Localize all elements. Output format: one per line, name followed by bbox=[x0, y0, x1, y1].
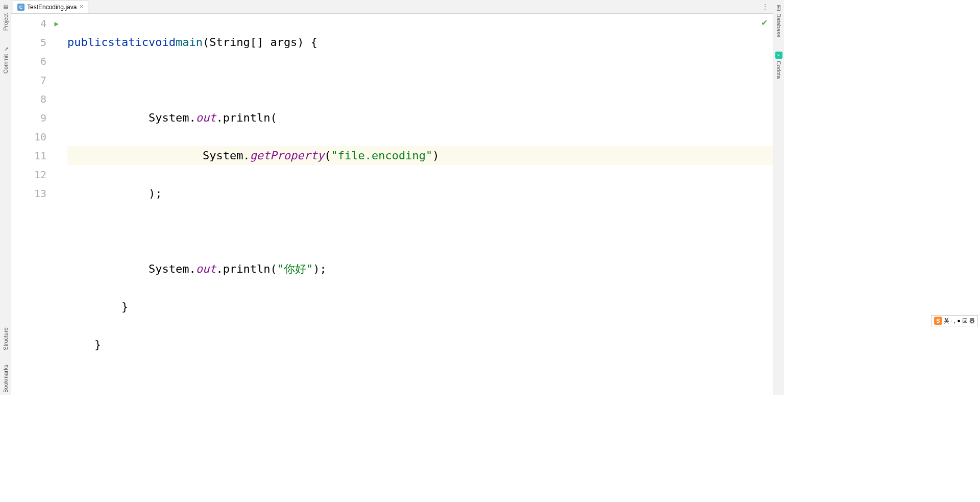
line-number: 13 bbox=[11, 184, 62, 203]
code-editor[interactable]: ✔ 4▶ 5 6 7 8 9 10 11 12 13 public static… bbox=[11, 14, 773, 409]
close-tab-icon[interactable]: ✕ bbox=[79, 4, 84, 10]
editor-tab-bar: C TestEncoding.java ✕ ⋮ bbox=[11, 0, 773, 14]
line-number: 11 bbox=[11, 146, 62, 165]
run-line-icon[interactable]: ▶ bbox=[55, 19, 59, 28]
line-number: 9 bbox=[11, 108, 62, 127]
commit-icon: ✓ bbox=[2, 45, 9, 52]
code-content[interactable]: public static void main(String[] args) {… bbox=[62, 14, 773, 409]
right-tool-sidebar: 🗄Database ›Codota bbox=[773, 0, 784, 395]
database-tool[interactable]: 🗄Database bbox=[774, 2, 783, 39]
line-number: 10 bbox=[11, 127, 62, 146]
inspection-ok-icon[interactable]: ✔ bbox=[761, 18, 768, 28]
project-tool[interactable]: Project▤ bbox=[1, 2, 10, 33]
commit-tool[interactable]: Commit✓ bbox=[1, 43, 10, 76]
left-tool-sidebar: Project▤ Commit✓ Structure Bookmarks bbox=[0, 0, 11, 395]
tab-filename: TestEncoding.java bbox=[27, 4, 77, 11]
gutter: 4▶ 5 6 7 8 9 10 11 12 13 bbox=[11, 14, 62, 409]
line-number: 8 bbox=[11, 89, 62, 108]
line-number: 5 bbox=[11, 33, 62, 52]
line-number: 4▶ bbox=[11, 14, 62, 33]
project-icon: ▤ bbox=[2, 4, 9, 11]
main-area: C TestEncoding.java ✕ ⋮ ✔ 4▶ 5 6 7 8 9 1… bbox=[11, 0, 773, 395]
tab-more-icon[interactable]: ⋮ bbox=[762, 3, 769, 11]
codota-icon: › bbox=[775, 52, 782, 59]
codota-tool[interactable]: ›Codota bbox=[774, 50, 783, 81]
bookmarks-tool[interactable]: Bookmarks bbox=[2, 363, 10, 395]
line-number: 12 bbox=[11, 165, 62, 184]
line-number: 7 bbox=[11, 70, 62, 89]
java-class-icon: C bbox=[17, 4, 24, 11]
line-number: 6 bbox=[11, 52, 62, 70]
file-tab[interactable]: C TestEncoding.java ✕ bbox=[13, 0, 88, 13]
structure-tool[interactable]: Structure bbox=[2, 325, 10, 352]
database-icon: 🗄 bbox=[775, 4, 782, 11]
